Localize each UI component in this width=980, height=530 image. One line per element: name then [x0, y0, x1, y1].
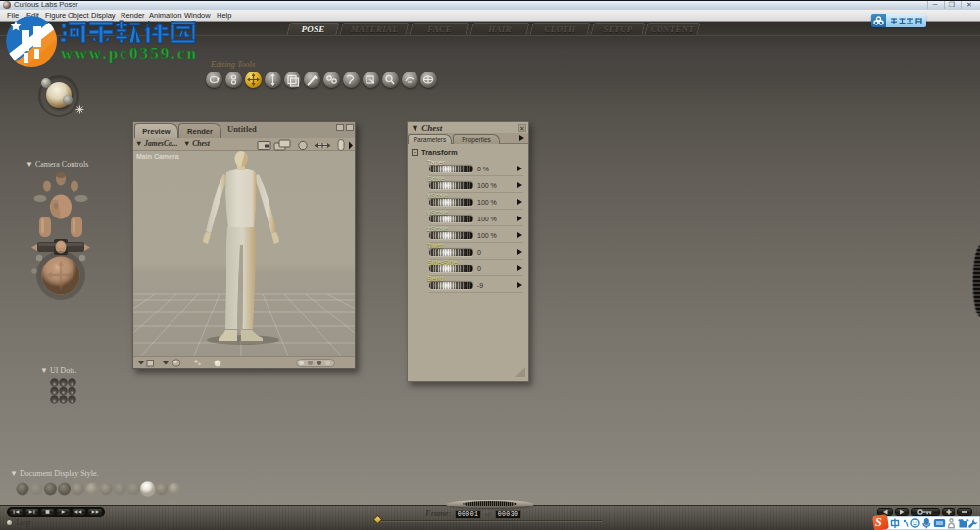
- svg-text:www.pc0359.cn: www.pc0359.cn: [61, 44, 197, 63]
